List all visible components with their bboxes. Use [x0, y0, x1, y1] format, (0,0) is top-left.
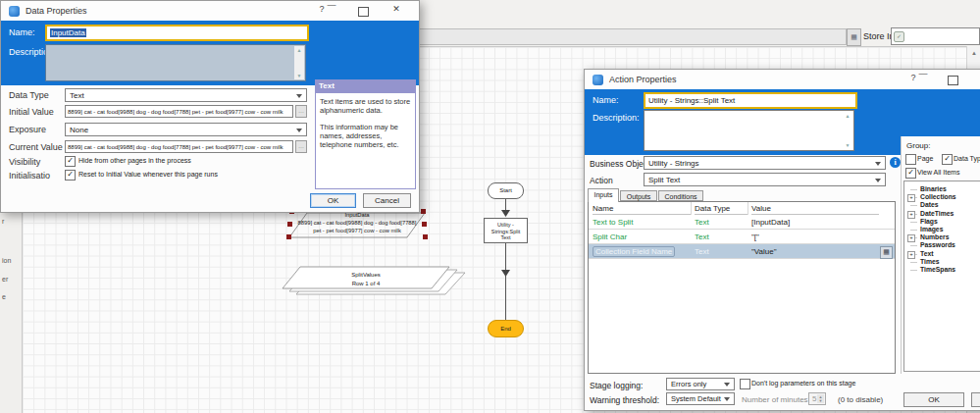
minimize-icon[interactable]: — [916, 69, 930, 78]
action-properties-titlebar[interactable]: Action Properties ? — [585, 70, 980, 89]
tab-conditions[interactable]: Conditions [658, 190, 703, 201]
cell: Collection Field Name [593, 244, 689, 259]
cell: Text [695, 230, 746, 244]
group-page-label: Page [917, 155, 933, 162]
selection-handle[interactable] [287, 222, 292, 227]
tree-item-images[interactable]: Images [904, 226, 980, 233]
tree-item-passwords[interactable]: Passwords [904, 241, 980, 249]
tree-item-collections[interactable]: +Collections [904, 193, 980, 201]
close-icon[interactable]: ✕ [389, 4, 403, 14]
store-in-input[interactable]: ✓ [891, 27, 980, 45]
column-header-name[interactable]: Name [593, 202, 691, 215]
action-stage[interactable]: Utility - Strings:Split Text [484, 218, 528, 243]
collection-row-label: Row 1 of 4 [283, 280, 449, 288]
inputs-table: Name Data Type Value Text to SplitText[I… [588, 201, 896, 374]
dialog-title: Data Properties [26, 6, 87, 16]
name-input[interactable]: Utility - Strings::Split Text [644, 92, 857, 109]
tree-item-dates[interactable]: Dates [904, 201, 980, 209]
data-properties-titlebar[interactable]: Data Properties ? — ✕ [1, 1, 419, 21]
description-textarea[interactable]: ▲ ▼ [644, 110, 854, 151]
tree-item-times[interactable]: Times [904, 258, 980, 266]
scroll-up-icon[interactable]: ▲ [843, 113, 852, 119]
cell: [InputData] [751, 215, 879, 230]
input-row-1[interactable]: Split CharText"[" [589, 230, 895, 244]
view-all-items-label: View All Items [917, 169, 959, 176]
datatype-info-panel: Text items are used to store alphanumeri… [315, 92, 416, 189]
expression-builder-icon[interactable]: ▦ [880, 246, 893, 259]
data-type-tree[interactable]: Binaries+CollectionsDates+DateTimesFlags… [903, 181, 980, 372]
initial-value-input[interactable]: 8899] cat - cat food[9988] dog - dog foo… [65, 105, 293, 118]
description-textarea[interactable]: ▲ ▼ [45, 44, 306, 81]
toolbox-label-fragment: er [2, 276, 8, 283]
input-row-2[interactable]: Collection Field NameText"Value"▦ [589, 244, 895, 259]
start-stage[interactable]: Start [488, 182, 524, 199]
tree-item-label: Numbers [920, 233, 949, 240]
tree-item-text[interactable]: +Text [904, 250, 980, 258]
expression-edit-icon[interactable]: ▦ [847, 28, 861, 46]
scroll-up-icon[interactable]: ▲ [294, 47, 304, 53]
name-input[interactable]: InputData [45, 25, 309, 41]
scroll-down-icon[interactable]: ▼ [843, 142, 852, 148]
view-all-items-checkbox[interactable] [905, 168, 916, 179]
cancel-button[interactable]: Cancel [363, 193, 411, 208]
maximize-icon[interactable] [358, 7, 369, 17]
input-row-0[interactable]: Text to SplitText[InputData] [589, 215, 895, 230]
current-value-browse-button[interactable]: … [295, 140, 307, 153]
business-object-dropdown[interactable]: Utility - Strings [644, 156, 886, 170]
data-item-inputdata[interactable]: InputData 8899] cat - cat food[9988] dog… [287, 211, 427, 234]
disable-hint: (0 to disable) [838, 395, 883, 404]
column-header-value[interactable]: Value [751, 202, 879, 215]
tree-item-flags[interactable]: Flags [904, 218, 980, 226]
cell: Split Char [593, 230, 689, 244]
tab-inputs[interactable]: Inputs [588, 188, 619, 202]
tree-item-label: Dates [920, 201, 939, 208]
initial-value-browse-button[interactable]: … [295, 105, 307, 118]
cancel-button[interactable]: Cancel [971, 392, 980, 407]
textarea-scrollbar[interactable]: ▲ ▼ [843, 112, 852, 149]
minimize-icon[interactable]: — [325, 0, 338, 10]
selection-handle[interactable] [286, 234, 291, 239]
expression-bar-field[interactable] [417, 28, 847, 45]
textarea-scrollbar[interactable]: ▲ ▼ [294, 46, 304, 79]
info-icon[interactable]: i [890, 157, 901, 168]
exposure-dropdown[interactable]: None [65, 123, 307, 136]
selection-handle[interactable] [422, 222, 427, 227]
action-dropdown[interactable]: Split Text [644, 173, 886, 186]
initialisation-checkbox[interactable] [65, 170, 76, 181]
cell: "[" [751, 230, 879, 244]
blueprism-app-icon [9, 6, 20, 17]
current-value-input[interactable]: 8899] cat - cat food[9988] dog - dog foo… [65, 140, 293, 153]
group-panel: Group: Page Data Type View All Items Bin… [901, 136, 980, 374]
visibility-checkbox[interactable] [65, 156, 76, 167]
scroll-down-icon[interactable]: ▼ [294, 73, 304, 78]
tree-item-datetimes[interactable]: +DateTimes [904, 210, 980, 218]
tree-item-numbers[interactable]: +Numbers [904, 233, 980, 241]
maximize-icon[interactable] [948, 76, 958, 85]
group-datatype-checkbox[interactable] [942, 154, 953, 165]
number-of-minutes-label: Number of minutes [742, 395, 808, 404]
dont-log-label: Don't log parameters on this stage [751, 380, 855, 387]
chevron-down-icon [875, 179, 881, 182]
toolbox-label-fragment: e [2, 293, 6, 300]
selection-handle[interactable] [421, 209, 426, 214]
collection-splitvalues[interactable]: SplitValues Row 1 of 4 [283, 271, 449, 287]
data-type-dropdown[interactable]: Text [65, 88, 307, 102]
tree-item-binaries[interactable]: Binaries [904, 185, 980, 193]
current-value-label: Current Value [9, 142, 63, 152]
info-paragraph-2: This information may be names, addresses… [320, 123, 411, 149]
ok-button[interactable]: OK [903, 392, 964, 407]
tree-item-timespans[interactable]: TimeSpans [904, 266, 980, 274]
dont-log-checkbox[interactable] [740, 379, 750, 389]
ok-button[interactable]: OK [310, 193, 356, 208]
scroll-up-icon[interactable]: ▲ [967, 46, 980, 60]
column-header-datatype[interactable]: Data Type [695, 202, 748, 215]
stage-logging-dropdown[interactable]: Errors only [666, 378, 735, 390]
tab-outputs[interactable]: Outputs [620, 190, 657, 201]
warning-threshold-dropdown[interactable]: System Default [666, 392, 735, 405]
group-page-checkbox[interactable] [905, 154, 916, 165]
end-stage[interactable]: End [488, 320, 524, 337]
selection-handle[interactable] [423, 234, 428, 239]
minutes-spinner[interactable]: 5 ▲ ▼ [808, 392, 826, 405]
spinner-down-icon[interactable]: ▼ [817, 398, 824, 403]
name-label: Name: [593, 95, 619, 105]
